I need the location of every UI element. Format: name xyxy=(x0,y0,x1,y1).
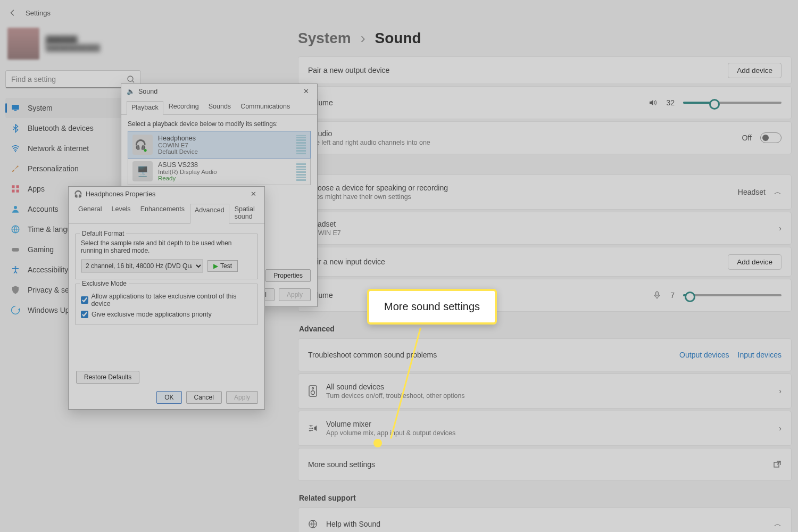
tab-communications[interactable]: Communications xyxy=(236,101,294,114)
svg-rect-5 xyxy=(16,185,19,188)
nav-label: Network & internet xyxy=(28,144,89,153)
level-meter xyxy=(296,135,306,154)
headset-name: Headset xyxy=(308,220,770,228)
svg-rect-2 xyxy=(14,110,17,111)
close-icon[interactable]: ✕ xyxy=(298,87,314,95)
speaker-icon[interactable] xyxy=(648,98,658,107)
tab-general[interactable]: General xyxy=(74,203,106,223)
props-title: Headphones Properties xyxy=(86,190,155,198)
chevron-right-icon: › xyxy=(779,387,782,395)
choose-input-row[interactable]: Choose a device for speaking or recordin… xyxy=(298,174,792,210)
tab-playback[interactable]: Playback xyxy=(127,101,163,115)
wifi-icon xyxy=(11,144,20,153)
svg-point-0 xyxy=(128,76,133,81)
device-row[interactable]: 🎧●HeadphonesCOWIN E7Default Device xyxy=(128,131,310,158)
nav-label: Bluetooth & devices xyxy=(28,124,94,132)
choose-input-value: Headset xyxy=(738,188,766,196)
nav-label: Apps xyxy=(28,185,45,193)
tab-recording[interactable]: Recording xyxy=(164,101,203,114)
svg-rect-7 xyxy=(16,190,19,193)
callout: More sound settings xyxy=(367,289,497,325)
all-devices-title: All sound devices xyxy=(326,383,770,391)
settings-topbar: Settings xyxy=(0,0,798,26)
mono-state: Off xyxy=(742,134,752,142)
svg-point-15 xyxy=(312,388,314,389)
gamepad-icon xyxy=(11,245,20,254)
access-icon xyxy=(11,265,20,275)
format-select[interactable]: 2 channel, 16 bit, 48000 Hz (DVD Quality… xyxy=(81,260,203,272)
more-sound-label: More sound settings xyxy=(308,460,764,469)
sound-dialog-tabs: PlaybackRecordingSoundsCommunications xyxy=(121,98,317,115)
headphones-icon: 🎧● xyxy=(132,135,153,155)
level-meter xyxy=(296,162,306,181)
svg-point-16 xyxy=(310,425,312,427)
mixer-icon xyxy=(308,423,318,433)
restore-defaults-button[interactable]: Restore Defaults xyxy=(76,371,139,384)
search-field[interactable] xyxy=(11,75,127,84)
apply-button[interactable]: Apply xyxy=(226,391,258,404)
close-icon[interactable]: ✕ xyxy=(245,190,261,198)
output-volume-row: Volume 32 xyxy=(298,86,792,119)
mic-icon[interactable] xyxy=(652,290,662,300)
svg-point-8 xyxy=(14,206,17,209)
volume-mixer-row[interactable]: Volume mixer App volume mix, app input &… xyxy=(298,411,792,446)
globe-icon xyxy=(11,225,20,234)
troubleshoot-input-link[interactable]: Input devices xyxy=(738,351,782,359)
properties-button[interactable]: Properties xyxy=(265,269,311,282)
chevron-right-icon: › xyxy=(779,224,782,232)
svg-point-18 xyxy=(309,430,311,431)
tab-enhancements[interactable]: Enhancements xyxy=(136,203,189,223)
output-volume-label: Volume xyxy=(308,98,639,107)
bluetooth-icon xyxy=(11,123,20,133)
help-sound-row[interactable]: Help with Sound ︿ xyxy=(298,508,792,532)
exclusive-mode-group: Exclusive Mode Allow applications to tak… xyxy=(75,284,258,325)
apply-button[interactable]: Apply xyxy=(279,288,311,301)
output-volume-slider[interactable] xyxy=(683,102,782,104)
test-button[interactable]: ▶Test xyxy=(207,260,238,272)
help-sound-label: Help with Sound xyxy=(326,520,766,528)
brush-icon xyxy=(11,164,20,173)
choose-input-sub: Apps might have their own settings xyxy=(308,193,729,201)
tab-advanced[interactable]: Advanced xyxy=(190,204,229,224)
tab-spatial-sound[interactable]: Spatial sound xyxy=(230,203,259,223)
ok-button[interactable]: OK xyxy=(156,391,181,404)
related-section: Related support xyxy=(299,494,792,502)
sound-dialog-titlebar[interactable]: 🔈 Sound ✕ xyxy=(121,84,317,98)
playback-device-list[interactable]: 🎧●HeadphonesCOWIN E7Default Device🖥️ASUS… xyxy=(128,131,311,185)
svg-rect-6 xyxy=(12,190,14,193)
input-volume-slider[interactable] xyxy=(683,294,782,296)
troubleshoot-output-link[interactable]: Output devices xyxy=(679,351,729,359)
add-input-button[interactable]: Add device xyxy=(728,254,782,270)
update-icon xyxy=(11,305,20,315)
exclusive-mode-label: Exclusive Mode xyxy=(80,280,129,287)
person-icon xyxy=(11,204,20,214)
globe-icon xyxy=(308,519,318,529)
user-email: ████████████ xyxy=(46,44,100,52)
breadcrumb-parent[interactable]: System xyxy=(298,30,351,46)
more-sound-settings-row[interactable]: More sound settings xyxy=(298,448,792,481)
pair-output-row: Pair a new output device Add device xyxy=(298,56,792,84)
mono-toggle[interactable] xyxy=(760,132,782,143)
add-output-button[interactable]: Add device xyxy=(728,63,782,78)
headset-row[interactable]: Headset COWIN E7 › xyxy=(298,212,792,245)
exclusive-priority-checkbox[interactable]: Give exclusive mode applications priorit… xyxy=(81,311,252,318)
props-titlebar[interactable]: 🎧 Headphones Properties ✕ xyxy=(69,187,264,201)
account-header[interactable]: ██████ ████████████ xyxy=(5,26,144,70)
props-dialog-tabs: GeneralLevelsEnhancementsAdvancedSpatial… xyxy=(69,201,264,224)
back-icon[interactable] xyxy=(6,6,19,19)
devices-icon xyxy=(308,385,318,397)
mono-title: Mono audio xyxy=(293,129,734,138)
avatar xyxy=(7,28,39,60)
sound-dialog-instruction: Select a playback device below to modify… xyxy=(128,120,311,128)
monitor-icon: 🖥️ xyxy=(132,161,153,181)
tab-sounds[interactable]: Sounds xyxy=(204,101,235,114)
all-devices-row[interactable]: All sound devices Turn devices on/off, t… xyxy=(298,373,792,409)
tab-levels[interactable]: Levels xyxy=(107,203,135,223)
shield-icon xyxy=(11,285,20,295)
cancel-button[interactable]: Cancel xyxy=(186,391,222,404)
device-row[interactable]: 🖥️ASUS VS238Intel(R) Display AudioReady xyxy=(128,158,310,185)
default-format-desc: Select the sample rate and bit depth to … xyxy=(81,239,252,254)
user-name: ██████ xyxy=(46,36,100,44)
exclusive-control-checkbox[interactable]: Allow applications to take exclusive con… xyxy=(81,293,252,307)
mono-sub: Combine left and right audio channels in… xyxy=(293,139,734,146)
